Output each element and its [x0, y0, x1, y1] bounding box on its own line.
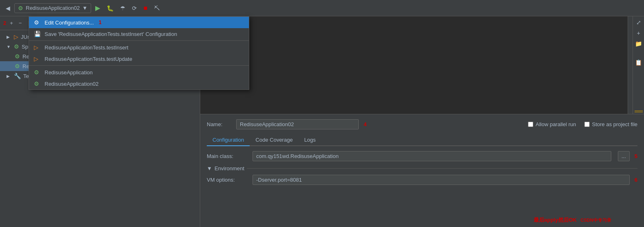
back-button[interactable]: ◀	[3, 3, 13, 13]
code-editor-area: 1. port=8001 ⤢ + 📁 📋	[200, 16, 644, 114]
redis-app02-tree-icon: ⚙	[15, 63, 20, 69]
edit-configs-badge: 1	[99, 20, 102, 25]
templates-expand-icon: ▶	[7, 74, 11, 78]
watermark: 最后apply然后OK CSDN中专习录	[534, 216, 611, 224]
main-class-badge: 5	[635, 153, 637, 159]
tab-logs[interactable]: Logs	[298, 134, 321, 146]
save-config-icon: 💾	[34, 31, 41, 37]
main-class-browse-button[interactable]: ...	[618, 151, 630, 161]
add-panel-icon[interactable]: +	[635, 29, 641, 38]
dropdown-item-test-update[interactable]: ▷ RedisuseApplicationTests.testUpdate	[29, 53, 249, 65]
config-run-icon: ⚙	[18, 5, 23, 11]
test-update-label: RedisuseApplicationTests.testUpdate	[45, 56, 132, 62]
dropdown-divider-2	[29, 65, 249, 66]
main-class-row: Main class: ... 5	[207, 151, 637, 161]
allow-parallel-checkbox[interactable]	[528, 122, 533, 127]
edit-configs-icon: ⚙	[34, 19, 41, 26]
dropdown-item-edit-configs[interactable]: ⚙ Edit Configurations... 1	[29, 17, 249, 28]
main-class-label: Main class:	[207, 153, 248, 159]
dropdown-item-redis-app02[interactable]: ⚙ RedisuseApplication02	[29, 78, 249, 89]
config-name-input[interactable]	[236, 119, 359, 129]
config-settings-panel: Name: 4 Allow parallel run Store as proj…	[200, 114, 644, 227]
test-insert-icon: ▷	[34, 44, 41, 51]
vm-options-row: VM options: 6	[207, 175, 637, 185]
dropdown-arrow-icon: ▼	[82, 5, 87, 11]
redis-app02-icon: ⚙	[34, 80, 41, 87]
junit-icon: ▷	[14, 33, 18, 40]
store-project-label: Store as project file	[592, 121, 637, 127]
spring-boot-expand-icon: ▼	[7, 45, 11, 49]
environment-section-line	[247, 168, 637, 169]
tab-configuration[interactable]: Configuration	[207, 134, 250, 146]
run-button[interactable]: ▶	[93, 2, 103, 13]
vm-options-label: VM options:	[207, 177, 248, 183]
tab-code-coverage[interactable]: Code Coverage	[250, 134, 298, 146]
build-button[interactable]: ⛏	[152, 3, 162, 13]
dropdown-item-test-insert[interactable]: ▷ RedisuseApplicationTests.testInsert	[29, 42, 249, 53]
run-coverage-button[interactable]: ☂	[118, 3, 128, 13]
redis-app-icon: ⚙	[34, 69, 41, 76]
add-config-button[interactable]: +	[8, 19, 15, 27]
run-config-menu: ⚙ Edit Configurations... 1 💾 Save 'Redis…	[29, 16, 249, 90]
watermark-sub: CSDN中专习录	[581, 218, 611, 223]
name-label: Name:	[207, 121, 231, 127]
test-insert-label: RedisuseApplicationTests.testInsert	[45, 45, 128, 51]
allow-parallel-checkbox-label: Allow parallel run	[528, 121, 576, 127]
test-update-icon: ▷	[34, 56, 41, 62]
junit-expand-icon: ▶	[7, 35, 11, 39]
store-project-checkbox[interactable]	[584, 122, 590, 127]
redis-app-tree-icon: ⚙	[15, 53, 20, 60]
run-config-dropdown[interactable]: ⚙ RedisuseApplication02 ▼	[14, 3, 91, 13]
copy-panel-icon[interactable]: 📋	[634, 58, 643, 67]
spring-boot-icon: ⚙	[14, 43, 19, 50]
remove-config-button[interactable]: −	[17, 19, 24, 27]
debug-button[interactable]: 🐛	[104, 3, 116, 13]
dropdown-item-save-config[interactable]: 💾 Save 'RedisuseApplicationTests.testIns…	[29, 28, 249, 40]
save-config-label: Save 'RedisuseApplicationTests.testInser…	[45, 31, 177, 37]
store-project-checkbox-label: Store as project file	[584, 121, 637, 127]
environment-collapse-icon[interactable]: ▼	[207, 165, 212, 171]
environment-label: Environment	[215, 165, 244, 171]
redis-app02-label: RedisuseApplication02	[45, 81, 98, 87]
environment-section-header: ▼ Environment	[207, 165, 637, 171]
main-class-input[interactable]	[253, 151, 611, 161]
stop-button[interactable]: ■	[141, 3, 150, 13]
name-badge: 4	[364, 121, 367, 127]
redis-app-label: RedisuseApplication	[45, 69, 93, 76]
left-badge: 2	[3, 20, 6, 26]
config-tabs: Configuration Code Coverage Logs	[207, 134, 637, 146]
main-toolbar: ◀ ⚙ RedisuseApplication02 ▼ ▶ 🐛 ☂ ⟳ ■ ⛏	[0, 0, 644, 16]
expand-icon[interactable]: ⤢	[635, 18, 642, 27]
vm-options-badge: 6	[635, 177, 637, 183]
dropdown-divider-1	[29, 40, 249, 41]
vm-options-input[interactable]	[253, 175, 630, 185]
edit-configs-label: Edit Configurations...	[45, 20, 94, 26]
allow-parallel-label: Allow parallel run	[536, 121, 576, 127]
right-panel: 1. port=8001 ⤢ + 📁 📋 Name: 4	[200, 16, 644, 227]
dropdown-item-redis-app[interactable]: ⚙ RedisuseApplication	[29, 67, 249, 78]
add-folder-icon[interactable]: 📁	[634, 39, 643, 48]
run-config-label: RedisuseApplication02	[26, 5, 80, 11]
reload-button[interactable]: ⟳	[130, 3, 139, 13]
templates-icon: 🔧	[14, 73, 21, 79]
watermark-text: 最后apply然后OK	[534, 217, 577, 223]
